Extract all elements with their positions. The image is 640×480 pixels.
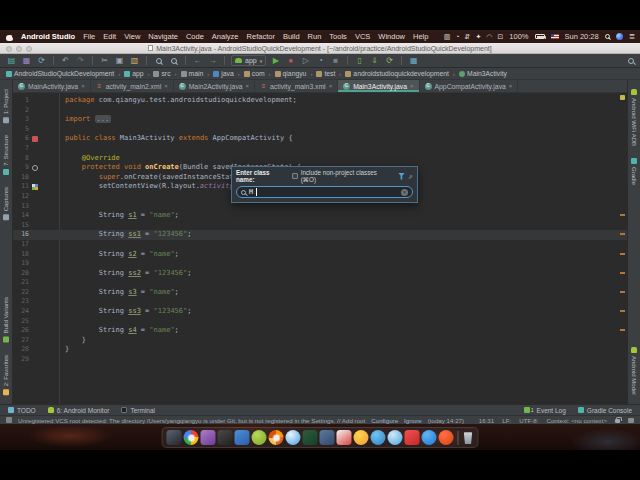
breadcrumb-item-java[interactable]: java bbox=[213, 70, 233, 77]
tab-appcompatactivity.java[interactable]: CAppCompatActivity.java× bbox=[420, 80, 519, 92]
debug-button[interactable]: ● bbox=[285, 55, 296, 66]
warning-stripe-mark[interactable] bbox=[620, 291, 625, 293]
menu-app-name[interactable]: Android Studio bbox=[21, 32, 75, 41]
code-line[interactable]: 29 bbox=[13, 355, 627, 365]
code-line[interactable]: 23 bbox=[13, 297, 627, 307]
dock-app-icon-1[interactable] bbox=[167, 430, 182, 445]
code-line[interactable]: 27 } bbox=[13, 336, 627, 346]
tab-mainactivity.java[interactable]: CMainActivity.java× bbox=[13, 80, 91, 92]
notification-center-icon[interactable]: ≣ bbox=[629, 32, 634, 41]
gradle-sync-button[interactable]: ⟳ bbox=[384, 55, 395, 66]
search-everywhere-icon[interactable] bbox=[628, 58, 634, 64]
run-config-selector[interactable]: app▾ bbox=[231, 55, 266, 66]
menubar-clock[interactable]: Sun 20:28 bbox=[565, 32, 599, 41]
warning-stripe-mark[interactable] bbox=[620, 233, 625, 235]
menu-edit[interactable]: Edit bbox=[103, 32, 116, 41]
toolwindow-button-gradle[interactable]: Gradle bbox=[631, 158, 637, 185]
code-line[interactable]: 17 bbox=[13, 240, 627, 250]
toolwindow-button-2-favorites[interactable]: 2: Favorites bbox=[3, 355, 9, 395]
dock-app-icon-6[interactable] bbox=[252, 430, 267, 445]
back-button[interactable]: ← bbox=[192, 55, 203, 66]
dock-app-icon-10[interactable] bbox=[320, 430, 335, 445]
line-separator-indicator[interactable]: LF: bbox=[502, 417, 511, 424]
dock-app-icon-11[interactable] bbox=[337, 430, 352, 445]
menu-view[interactable]: View bbox=[124, 32, 140, 41]
pin-popup-icon[interactable]: ⇗ bbox=[408, 173, 413, 180]
dock-app-icon-5[interactable] bbox=[235, 430, 250, 445]
code-line[interactable]: 1package com.qiangyu.test.androidstudioq… bbox=[13, 96, 627, 106]
spotlight-search-icon[interactable] bbox=[605, 34, 610, 39]
dock-app-icon-16[interactable] bbox=[422, 430, 437, 445]
warning-stripe-mark[interactable] bbox=[620, 329, 625, 331]
menu-tools[interactable]: Tools bbox=[329, 32, 347, 41]
input-language-flag-icon[interactable] bbox=[551, 34, 559, 40]
warning-stripe-mark[interactable] bbox=[620, 253, 625, 255]
warning-stripe-mark[interactable] bbox=[620, 310, 625, 312]
dock-app-icon-13[interactable] bbox=[371, 430, 386, 445]
dock-app-icon-4[interactable] bbox=[218, 430, 233, 445]
avd-manager-button[interactable]: ▯ bbox=[354, 55, 365, 66]
code-editor[interactable]: 1package com.qiangyu.test.androidstudioq… bbox=[13, 93, 627, 404]
zoom-window-button[interactable] bbox=[26, 46, 32, 52]
highlighting-level-icon[interactable] bbox=[628, 418, 634, 423]
replace-button[interactable] bbox=[168, 55, 179, 66]
toolwindow-button-event-log[interactable]: 1Event Log bbox=[524, 407, 566, 414]
run-coverage-button[interactable]: ▷ bbox=[300, 55, 311, 66]
toolwindow-button-terminal[interactable]: Terminal bbox=[121, 407, 155, 414]
toolwindow-button-todo[interactable]: TODO bbox=[8, 407, 36, 414]
toolwindow-button-gradle-console[interactable]: Gradle Console bbox=[578, 407, 632, 414]
close-tab-icon[interactable]: × bbox=[246, 83, 250, 89]
menu-code[interactable]: Code bbox=[186, 32, 204, 41]
dock-app-icon-17[interactable] bbox=[439, 430, 454, 445]
code-line[interactable]: 25 bbox=[13, 317, 627, 327]
statusbar-link-ignore[interactable]: Ignore bbox=[404, 417, 422, 424]
breadcrumb-item-androidstudioquickdevelopment[interactable]: androidstudioquickdevelopment bbox=[345, 70, 449, 77]
window-titlebar[interactable]: Main3Activity.java - AndroidStudioQuickD… bbox=[0, 43, 640, 54]
siri-icon[interactable] bbox=[616, 33, 623, 40]
code-line[interactable]: 20 String ss2 = "123456"; bbox=[13, 269, 627, 279]
code-line[interactable]: 18 String s2 = "name"; bbox=[13, 250, 627, 260]
find-button[interactable] bbox=[153, 55, 164, 66]
breadcrumb-item-com[interactable]: com bbox=[244, 70, 265, 77]
redo-button[interactable]: ↷ bbox=[75, 55, 86, 66]
menu-build[interactable]: Build bbox=[283, 32, 300, 41]
warning-stripe-mark[interactable] bbox=[620, 214, 625, 216]
menu-window[interactable]: Window bbox=[378, 32, 405, 41]
warning-stripe-mark[interactable] bbox=[620, 272, 625, 274]
apple-menu-icon[interactable] bbox=[6, 33, 13, 41]
code-line[interactable]: 28} bbox=[13, 345, 627, 355]
stop-button[interactable]: ■ bbox=[330, 55, 341, 66]
clear-search-icon[interactable]: × bbox=[401, 189, 408, 196]
breadcrumb-item-test[interactable]: test bbox=[316, 70, 335, 77]
close-tab-icon[interactable]: × bbox=[329, 83, 333, 89]
code-line[interactable]: 6public class Main3Activity extends AppC… bbox=[13, 134, 627, 144]
class-search-input[interactable]: M × bbox=[236, 186, 413, 198]
toolwindow-button-android-wifi-adb[interactable]: Android WiFi ADB bbox=[631, 89, 637, 146]
toolwindow-button-captures[interactable]: Captures bbox=[3, 187, 9, 220]
code-line[interactable]: 5 bbox=[13, 125, 627, 135]
toolwindow-button-6-android-monitor[interactable]: 6: Android Monitor bbox=[48, 407, 110, 414]
paste-button[interactable]: ▧ bbox=[129, 55, 140, 66]
dock-app-icon-2[interactable] bbox=[184, 430, 199, 445]
code-line[interactable]: 21 bbox=[13, 278, 627, 288]
menu-refactor[interactable]: Refactor bbox=[247, 32, 275, 41]
dock-app-icon-12[interactable] bbox=[354, 430, 369, 445]
forward-button[interactable]: → bbox=[207, 55, 218, 66]
code-line[interactable]: 26 String s4 = "name"; bbox=[13, 326, 627, 336]
menu-vcs[interactable]: VCS bbox=[355, 32, 370, 41]
trash-icon[interactable] bbox=[463, 431, 474, 444]
toolwindow-button-1-project[interactable]: 1: Project bbox=[3, 89, 9, 123]
toolwindow-button-build-variants[interactable]: Build Variants bbox=[3, 297, 9, 343]
copy-button[interactable]: ▣ bbox=[114, 55, 125, 66]
dock-app-icon-3[interactable] bbox=[201, 430, 216, 445]
profiler-button[interactable]: ◔ bbox=[315, 55, 326, 66]
dock-app-icon-15[interactable] bbox=[405, 430, 420, 445]
close-window-button[interactable] bbox=[6, 46, 12, 52]
caret-position[interactable]: 16:31 bbox=[479, 417, 494, 424]
menu-analyze[interactable]: Analyze bbox=[212, 32, 239, 41]
include-non-project-label[interactable]: Include non-project classes (⌘O) bbox=[301, 169, 392, 183]
code-line[interactable]: 3import ... bbox=[13, 115, 627, 125]
breadcrumb-item-qiangyu[interactable]: qiangyu bbox=[275, 70, 307, 77]
code-line[interactable]: 24 String ss3 = "123456"; bbox=[13, 307, 627, 317]
code-line[interactable]: 16 String ss1 = "123456"; bbox=[13, 230, 627, 240]
